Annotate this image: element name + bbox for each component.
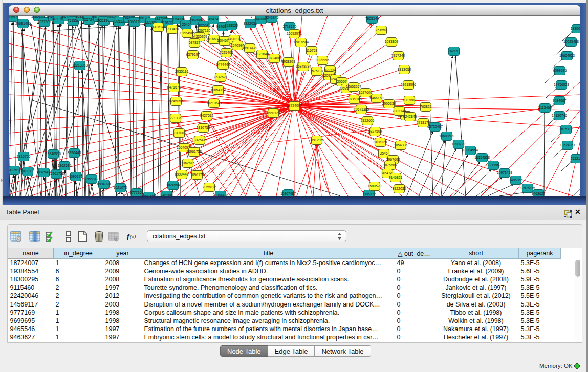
- svg-text:20557: 20557: [337, 80, 347, 83]
- svg-text:17016504: 17016504: [293, 40, 309, 44]
- svg-text:8471676: 8471676: [167, 85, 181, 89]
- svg-text:1527602: 1527602: [359, 91, 373, 94]
- svg-text:15720407: 15720407: [427, 125, 443, 128]
- svg-text:18724007: 18724007: [267, 56, 282, 60]
- svg-text:9242845: 9242845: [403, 115, 417, 118]
- svg-text:2546: 2546: [182, 23, 189, 26]
- svg-text:1362615: 1362615: [181, 161, 195, 165]
- svg-text:16914479: 16914479: [242, 46, 257, 50]
- svg-text:1033809: 1033809: [385, 40, 399, 43]
- svg-text:12213363: 12213363: [72, 63, 88, 67]
- svg-text:8938923: 8938923: [282, 60, 296, 63]
- svg-text:9427512: 9427512: [200, 114, 214, 117]
- svg-text:9245052: 9245052: [169, 99, 183, 103]
- svg-text:20691406: 20691406: [15, 21, 31, 25]
- svg-text:8322032: 8322032: [244, 21, 257, 25]
- svg-text:1498212: 1498212: [228, 37, 242, 41]
- svg-text:116753: 116753: [306, 49, 317, 52]
- svg-text:19756928: 19756928: [554, 83, 569, 86]
- svg-text:1588520: 1588520: [368, 184, 382, 188]
- svg-text:1890729: 1890729: [452, 142, 466, 146]
- svg-text:9146821: 9146821: [389, 176, 403, 179]
- svg-text:1615112: 1615112: [559, 127, 573, 131]
- svg-text:1054336: 1054336: [394, 143, 408, 147]
- svg-text:9329996: 9329996: [316, 58, 330, 62]
- svg-text:1171648: 1171648: [255, 52, 269, 56]
- svg-text:3454749: 3454749: [207, 17, 221, 21]
- svg-text:19654985: 19654985: [180, 31, 195, 35]
- svg-text:13325419: 13325419: [192, 138, 207, 142]
- svg-text:10973493: 10973493: [497, 171, 512, 174]
- svg-text:8660123: 8660123: [267, 111, 280, 115]
- svg-text:6379197: 6379197: [186, 53, 200, 56]
- svg-text:1096175: 1096175: [190, 173, 204, 177]
- svg-text:15640910: 15640910: [46, 152, 61, 156]
- svg-text:6216: 6216: [450, 49, 458, 53]
- svg-text:746266: 746266: [161, 193, 172, 196]
- svg-text:2935114: 2935114: [175, 70, 188, 73]
- svg-text:6099695: 6099695: [553, 69, 567, 72]
- svg-text:15692971: 15692971: [287, 32, 302, 35]
- svg-text:2718170: 2718170: [283, 25, 297, 28]
- svg-text:20364436: 20364436: [213, 193, 228, 196]
- svg-text:7803144: 7803144: [365, 17, 379, 20]
- svg-text:9777169: 9777169: [130, 191, 144, 194]
- svg-text:2087682: 2087682: [403, 98, 417, 102]
- svg-text:7625402: 7625402: [220, 51, 233, 54]
- svg-text:1810755: 1810755: [197, 126, 210, 129]
- svg-text:7357244: 7357244: [391, 54, 405, 57]
- svg-text:16848784: 16848784: [296, 64, 311, 68]
- svg-text:12213363: 12213363: [168, 116, 183, 120]
- svg-text:2546: 2546: [380, 151, 387, 155]
- svg-text:763822: 763822: [420, 105, 432, 108]
- svg-text:252214: 252214: [571, 157, 580, 160]
- svg-text:14335309: 14335309: [192, 35, 207, 38]
- svg-text:19384554: 19384554: [463, 148, 478, 152]
- svg-text:16154808: 16154808: [474, 156, 490, 159]
- svg-text:1588520: 1588520: [225, 24, 238, 27]
- svg-text:8990443: 8990443: [175, 172, 189, 176]
- svg-text:7803144: 7803144: [393, 109, 406, 113]
- svg-text:10688609: 10688609: [439, 134, 454, 138]
- svg-text:7632621: 7632621: [214, 75, 228, 79]
- svg-text:7386372: 7386372: [362, 192, 376, 196]
- svg-text:891295: 891295: [311, 138, 323, 142]
- svg-text:12213967: 12213967: [486, 163, 501, 167]
- svg-text:10719185: 10719185: [346, 97, 362, 101]
- svg-text:19654923: 19654923: [559, 54, 575, 57]
- svg-text:16210643: 16210643: [206, 101, 222, 105]
- svg-text:7955812: 7955812: [85, 177, 99, 181]
- svg-text:1096175: 1096175: [69, 174, 83, 178]
- svg-text:81700: 81700: [175, 131, 184, 135]
- svg-text:1575107: 1575107: [310, 69, 324, 73]
- svg-text:18724007: 18724007: [287, 104, 302, 107]
- svg-text:751552: 751552: [376, 28, 387, 32]
- svg-text:12975115: 12975115: [520, 186, 535, 190]
- svg-text:6897568: 6897568: [142, 194, 156, 196]
- svg-text:7955812: 7955812: [203, 185, 216, 189]
- svg-text:10653267: 10653267: [346, 85, 361, 89]
- svg-text:8322032: 8322032: [393, 187, 406, 190]
- svg-text:9474444: 9474444: [216, 63, 230, 67]
- svg-text:16961758: 16961758: [186, 150, 202, 154]
- svg-text:8813054: 8813054: [398, 68, 411, 71]
- svg-text:9242845: 9242845: [265, 16, 279, 19]
- svg-text:2905334: 2905334: [382, 102, 396, 105]
- svg-text:9115460: 9115460: [538, 106, 552, 110]
- svg-text:8186328: 8186328: [374, 140, 387, 144]
- svg-text:16961758: 16961758: [49, 172, 64, 176]
- svg-text:1810755: 1810755: [17, 155, 31, 158]
- svg-text:9084067: 9084067: [553, 99, 567, 102]
- svg-text:9427512: 9427512: [9, 168, 21, 172]
- svg-text:3824554: 3824554: [166, 183, 180, 187]
- svg-text:14120746: 14120746: [552, 114, 567, 117]
- svg-text:(x): (x): [130, 234, 136, 240]
- svg-text:587837: 587837: [189, 41, 201, 45]
- svg-text:10807487: 10807487: [280, 192, 296, 195]
- svg-text:2718170: 2718170: [417, 121, 430, 124]
- svg-text:14136141: 14136141: [150, 25, 166, 29]
- svg-text:1875685: 1875685: [383, 163, 397, 167]
- svg-text:9327509: 9327509: [368, 129, 382, 133]
- svg-text:1362615: 1362615: [58, 164, 72, 167]
- svg-text:2322605: 2322605: [361, 119, 375, 122]
